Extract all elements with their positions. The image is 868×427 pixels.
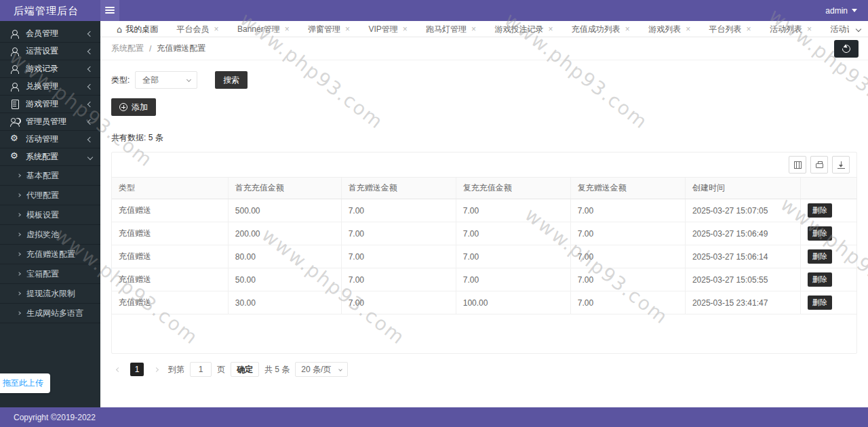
sidebar-item-label: 会员管理	[26, 28, 88, 39]
chevron-icon	[87, 66, 93, 71]
cell-first-gift: 7.00	[341, 222, 456, 245]
delete-button[interactable]: 删除	[808, 249, 832, 264]
page-content: 类型: 全部 搜索 添加 共有数据: 5 条	[100, 60, 868, 377]
next-page-button[interactable]	[149, 363, 163, 376]
chevron-right-icon	[17, 272, 21, 276]
type-select[interactable]: 全部	[135, 71, 197, 89]
delete-button[interactable]: 删除	[808, 272, 832, 287]
cell-created-at: 2025-03-15 23:41:47	[685, 291, 800, 314]
cell-type: 充值赠送	[112, 268, 228, 291]
copyright-text: Copyright ©2019-2022	[14, 413, 96, 422]
cell-actions: 删除	[801, 291, 856, 314]
sidebar-item[interactable]: 活动管理	[0, 131, 100, 148]
page-size-value: 20 条/页	[301, 364, 331, 375]
sidebar-item[interactable]: 会员管理	[0, 25, 100, 43]
table-card: 类型 首充充值金额 首充赠送金额 复充充值金额 复充赠送金额 创建时间	[111, 152, 857, 354]
tab[interactable]: 充值成功列表	[564, 21, 638, 37]
add-row: 添加	[111, 98, 857, 116]
tab[interactable]: 游戏列表	[640, 21, 698, 37]
export-button[interactable]	[832, 156, 850, 174]
cell-actions: 删除	[801, 199, 856, 222]
type-select-value: 全部	[142, 75, 159, 86]
close-tab-icon[interactable]	[471, 25, 476, 33]
cell-type: 充值赠送	[112, 199, 228, 222]
close-tab-icon[interactable]	[548, 25, 553, 33]
sidebar-item[interactable]: 系统配置	[0, 148, 100, 166]
tab[interactable]: 平台会员	[169, 21, 227, 37]
sidebar-item[interactable]: 游戏管理	[0, 96, 100, 113]
chevron-icon	[87, 83, 93, 89]
tab[interactable]: 我的桌面	[108, 21, 166, 37]
close-tab-icon[interactable]	[214, 25, 219, 33]
tab[interactable]: 跑马灯管理	[418, 21, 484, 37]
cell-first-recharge: 50.00	[228, 268, 341, 291]
tab[interactable]: Banner管理	[229, 21, 298, 37]
tab[interactable]: 游戏投注记录	[486, 21, 561, 37]
sidebar-subitem[interactable]: 虚拟奖池	[0, 225, 100, 245]
cell-actions: 删除	[801, 245, 856, 268]
sidebar-item[interactable]: 运营设置	[0, 43, 100, 60]
goto-confirm-button[interactable]: 确定	[231, 362, 259, 377]
sidebar-subitem-label: 生成网站多语言	[26, 308, 83, 319]
page-size-select[interactable]: 20 条/页	[295, 362, 348, 377]
sidebar-subitem[interactable]: 代理配置	[0, 186, 100, 205]
tab[interactable]: 活动列表	[762, 21, 820, 37]
breadcrumb-current: 充值赠送配置	[157, 43, 205, 54]
table-toolbar	[112, 152, 856, 177]
add-button[interactable]: 添加	[111, 98, 156, 116]
current-page[interactable]: 1	[130, 363, 144, 376]
sidebar-item[interactable]: 兑换管理	[0, 78, 100, 96]
cell-re-recharge: 7.00	[456, 268, 570, 291]
sidebar-subitem[interactable]: 基本配置	[0, 166, 100, 186]
sidebar-menu: 会员管理 运营设置 游戏记录 兑换管理	[0, 21, 100, 323]
table-header-cell: 类型	[112, 178, 228, 199]
refresh-button[interactable]	[834, 40, 859, 58]
cell-re-gift: 7.00	[570, 199, 685, 222]
sidebar-subitem[interactable]: 提现流水限制	[0, 284, 100, 304]
close-tab-icon[interactable]	[807, 25, 812, 33]
delete-button[interactable]: 删除	[808, 226, 832, 241]
print-button[interactable]	[810, 156, 828, 174]
user-menu[interactable]: admin	[825, 0, 857, 21]
cell-re-recharge: 7.00	[456, 199, 570, 222]
filter-columns-button[interactable]	[789, 156, 806, 174]
grid-icon	[794, 161, 802, 169]
goto-page-input[interactable]	[190, 362, 212, 377]
tab-overflow-button[interactable]	[849, 21, 868, 37]
sidebar-subitem[interactable]: 宝箱配置	[0, 264, 100, 284]
prev-page-button[interactable]	[111, 363, 125, 376]
tab[interactable]: 弹窗管理	[300, 21, 358, 37]
close-tab-icon[interactable]	[686, 25, 690, 33]
chevron-right-icon	[17, 291, 21, 296]
drag-upload-button[interactable]: 拖至此上传	[0, 373, 50, 393]
cell-re-recharge: 100.00	[456, 291, 570, 314]
close-tab-icon[interactable]	[285, 25, 290, 33]
cell-re-recharge: 7.00	[456, 222, 570, 245]
sidebar-item[interactable]: 游戏记录	[0, 60, 100, 78]
tab-label: 跑马灯管理	[426, 24, 467, 35]
sidebar-item-icon	[9, 64, 20, 74]
close-tab-icon[interactable]	[625, 25, 630, 33]
delete-button[interactable]: 删除	[808, 203, 832, 218]
sidebar-item-label: 管理员管理	[26, 116, 88, 127]
sidebar-item[interactable]: 管理员管理	[0, 113, 100, 131]
close-tab-icon[interactable]	[345, 25, 350, 33]
tab-label: 充值成功列表	[572, 24, 620, 35]
close-tab-icon[interactable]	[403, 25, 408, 33]
close-tab-icon[interactable]	[747, 25, 751, 33]
tab[interactable]: 平台列表	[701, 21, 760, 37]
sidebar-item-label: 游戏管理	[26, 98, 88, 110]
search-button[interactable]: 搜索	[215, 71, 248, 89]
sidebar-subitem[interactable]: 充值赠送配置	[0, 245, 100, 264]
sidebar-subitem[interactable]: 生成网站多语言	[0, 304, 100, 323]
sidebar-item-icon	[9, 82, 20, 92]
chevron-left-icon	[115, 367, 120, 371]
cell-type: 充值赠送	[112, 245, 228, 268]
tab[interactable]: VIP管理	[360, 21, 415, 37]
table-row: 充值赠送 80.00 7.00 7.00 7.00 2025-03-27 15:…	[112, 245, 856, 268]
top-header: 后端管理后台 admin	[0, 0, 868, 21]
sidebar-subitem[interactable]: 模板设置	[0, 205, 100, 225]
sidebar-toggle-button[interactable]	[100, 0, 119, 21]
delete-button[interactable]: 删除	[808, 296, 832, 310]
cell-created-at: 2025-03-27 15:05:55	[685, 268, 800, 291]
